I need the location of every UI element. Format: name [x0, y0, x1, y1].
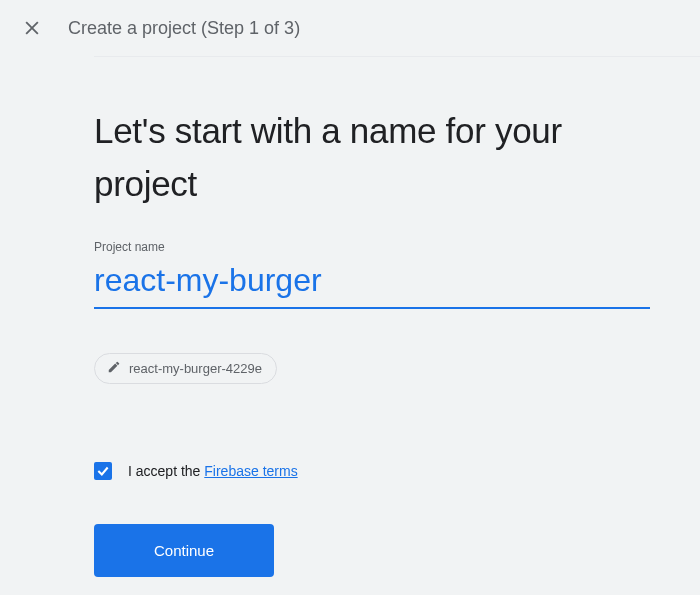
terms-prefix: I accept the — [128, 463, 204, 479]
pencil-icon — [107, 360, 121, 377]
project-id-text: react-my-burger-4229e — [129, 361, 262, 376]
project-name-input[interactable] — [94, 258, 650, 309]
project-id-chip[interactable]: react-my-burger-4229e — [94, 353, 277, 384]
main-heading: Let's start with a name for your project — [94, 105, 650, 210]
continue-button[interactable]: Continue — [94, 524, 274, 577]
terms-text: I accept the Firebase terms — [128, 463, 298, 479]
project-id-row: react-my-burger-4229e — [94, 353, 650, 384]
modal-header: Create a project (Step 1 of 3) — [0, 0, 700, 56]
content-area: Let's start with a name for your project… — [0, 57, 650, 577]
terms-row: I accept the Firebase terms — [94, 462, 650, 480]
project-name-label: Project name — [94, 240, 650, 254]
close-icon[interactable] — [20, 16, 44, 40]
header-title: Create a project (Step 1 of 3) — [68, 18, 300, 39]
terms-checkbox[interactable] — [94, 462, 112, 480]
firebase-terms-link[interactable]: Firebase terms — [204, 463, 297, 479]
